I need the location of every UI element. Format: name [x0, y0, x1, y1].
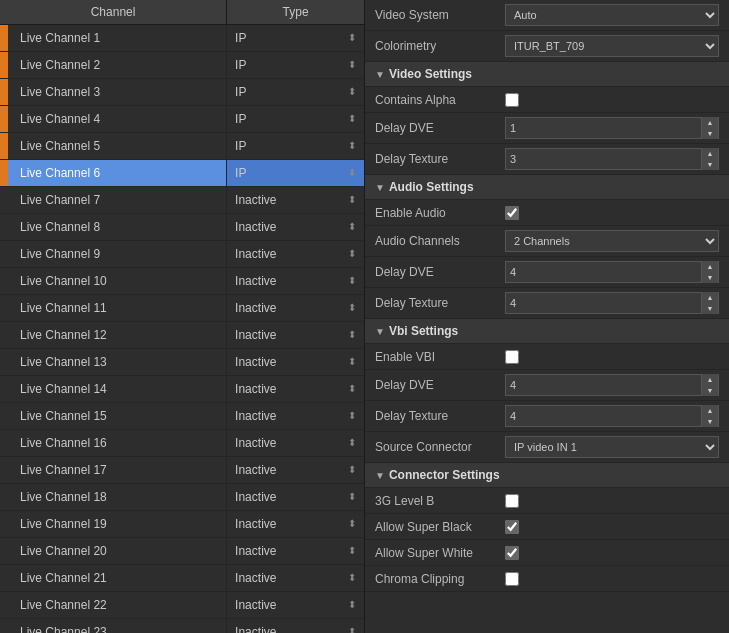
enable-vbi-control[interactable] [505, 350, 719, 364]
enable-audio-control[interactable] [505, 206, 719, 220]
vbi-delay-dve-up[interactable]: ▲ [702, 374, 718, 385]
channel-type-cell[interactable]: Inactive⬍ [227, 430, 364, 456]
audio-settings-header[interactable]: ▼ Audio Settings [365, 175, 729, 200]
table-row[interactable]: Live Channel 8Inactive⬍ [0, 214, 364, 241]
vbi-delay-dve-control[interactable]: 4 ▲ ▼ [505, 374, 719, 396]
allow-super-black-control[interactable] [505, 520, 719, 534]
type-dropdown-arrow[interactable]: ⬍ [348, 569, 356, 587]
table-row[interactable]: Live Channel 14Inactive⬍ [0, 376, 364, 403]
type-dropdown-arrow[interactable]: ⬍ [348, 272, 356, 290]
3g-level-b-control[interactable] [505, 494, 719, 508]
audio-delay-texture-up[interactable]: ▲ [702, 292, 718, 303]
contains-alpha-control[interactable] [505, 93, 719, 107]
channel-type-cell[interactable]: IP⬍ [227, 160, 364, 186]
audio-channels-control[interactable]: 2 Channels [505, 230, 719, 252]
contains-alpha-checkbox[interactable] [505, 93, 519, 107]
allow-super-white-control[interactable] [505, 546, 719, 560]
channel-type-cell[interactable]: Inactive⬍ [227, 349, 364, 375]
channel-type-cell[interactable]: IP⬍ [227, 106, 364, 132]
audio-delay-texture-control[interactable]: 4 ▲ ▼ [505, 292, 719, 314]
vbi-delay-texture-buttons[interactable]: ▲ ▼ [701, 405, 718, 427]
channel-type-cell[interactable]: IP⬍ [227, 79, 364, 105]
table-row[interactable]: Live Channel 9Inactive⬍ [0, 241, 364, 268]
vbi-delay-texture-up[interactable]: ▲ [702, 405, 718, 416]
table-row[interactable]: Live Channel 3IP⬍ [0, 79, 364, 106]
channel-type-cell[interactable]: Inactive⬍ [227, 619, 364, 633]
type-dropdown-arrow[interactable]: ⬍ [348, 596, 356, 614]
type-dropdown-arrow[interactable]: ⬍ [348, 461, 356, 479]
channel-type-cell[interactable]: Inactive⬍ [227, 214, 364, 240]
type-dropdown-arrow[interactable]: ⬍ [348, 56, 356, 74]
channel-list[interactable]: Channel Type Live Channel 1IP⬍Live Chann… [0, 0, 365, 633]
table-row[interactable]: Live Channel 15Inactive⬍ [0, 403, 364, 430]
audio-delay-dve-up[interactable]: ▲ [702, 261, 718, 272]
type-dropdown-arrow[interactable]: ⬍ [348, 245, 356, 263]
video-delay-texture-down[interactable]: ▼ [702, 159, 718, 170]
connector-settings-header[interactable]: ▼ Connector Settings [365, 463, 729, 488]
table-row[interactable]: Live Channel 17Inactive⬍ [0, 457, 364, 484]
table-row[interactable]: Live Channel 1IP⬍ [0, 25, 364, 52]
chroma-clipping-checkbox[interactable] [505, 572, 519, 586]
colorimetry-control[interactable]: ITUR_BT_709 [505, 35, 719, 57]
type-dropdown-arrow[interactable]: ⬍ [348, 434, 356, 452]
table-row[interactable]: Live Channel 11Inactive⬍ [0, 295, 364, 322]
vbi-delay-dve-buttons[interactable]: ▲ ▼ [701, 374, 718, 396]
colorimetry-select[interactable]: ITUR_BT_709 [505, 35, 719, 57]
type-dropdown-arrow[interactable]: ⬍ [348, 299, 356, 317]
channel-type-cell[interactable]: Inactive⬍ [227, 538, 364, 564]
vbi-delay-dve-spinner[interactable]: 4 ▲ ▼ [505, 374, 719, 396]
chroma-clipping-control[interactable] [505, 572, 719, 586]
enable-audio-checkbox[interactable] [505, 206, 519, 220]
table-row[interactable]: Live Channel 20Inactive⬍ [0, 538, 364, 565]
allow-super-white-checkbox[interactable] [505, 546, 519, 560]
type-dropdown-arrow[interactable]: ⬍ [348, 623, 356, 633]
type-dropdown-arrow[interactable]: ⬍ [348, 164, 356, 182]
table-row[interactable]: Live Channel 16Inactive⬍ [0, 430, 364, 457]
channel-type-cell[interactable]: Inactive⬍ [227, 511, 364, 537]
video-delay-dve-spinner[interactable]: 1 ▲ ▼ [505, 117, 719, 139]
allow-super-black-checkbox[interactable] [505, 520, 519, 534]
video-delay-dve-down[interactable]: ▼ [702, 128, 718, 139]
audio-delay-texture-down[interactable]: ▼ [702, 303, 718, 314]
channel-type-cell[interactable]: Inactive⬍ [227, 322, 364, 348]
video-delay-texture-up[interactable]: ▲ [702, 148, 718, 159]
type-dropdown-arrow[interactable]: ⬍ [348, 110, 356, 128]
channel-type-cell[interactable]: Inactive⬍ [227, 241, 364, 267]
vbi-delay-dve-down[interactable]: ▼ [702, 385, 718, 396]
table-row[interactable]: Live Channel 4IP⬍ [0, 106, 364, 133]
audio-delay-dve-spinner[interactable]: 4 ▲ ▼ [505, 261, 719, 283]
source-connector-control[interactable]: IP video IN 1 [505, 436, 719, 458]
vbi-settings-header[interactable]: ▼ Vbi Settings [365, 319, 729, 344]
type-dropdown-arrow[interactable]: ⬍ [348, 83, 356, 101]
channel-type-cell[interactable]: IP⬍ [227, 25, 364, 51]
video-delay-dve-control[interactable]: 1 ▲ ▼ [505, 117, 719, 139]
type-dropdown-arrow[interactable]: ⬍ [348, 218, 356, 236]
audio-channels-select[interactable]: 2 Channels [505, 230, 719, 252]
type-dropdown-arrow[interactable]: ⬍ [348, 407, 356, 425]
channel-type-cell[interactable]: Inactive⬍ [227, 403, 364, 429]
video-delay-dve-buttons[interactable]: ▲ ▼ [701, 117, 718, 139]
channel-type-cell[interactable]: Inactive⬍ [227, 457, 364, 483]
channel-type-cell[interactable]: Inactive⬍ [227, 376, 364, 402]
channel-type-cell[interactable]: IP⬍ [227, 52, 364, 78]
table-row[interactable]: Live Channel 12Inactive⬍ [0, 322, 364, 349]
table-row[interactable]: Live Channel 23Inactive⬍ [0, 619, 364, 634]
vbi-delay-texture-spinner[interactable]: 4 ▲ ▼ [505, 405, 719, 427]
table-row[interactable]: Live Channel 19Inactive⬍ [0, 511, 364, 538]
table-row[interactable]: Live Channel 21Inactive⬍ [0, 565, 364, 592]
type-dropdown-arrow[interactable]: ⬍ [348, 326, 356, 344]
channel-type-cell[interactable]: Inactive⬍ [227, 565, 364, 591]
type-dropdown-arrow[interactable]: ⬍ [348, 353, 356, 371]
table-row[interactable]: Live Channel 22Inactive⬍ [0, 592, 364, 619]
channel-type-cell[interactable]: Inactive⬍ [227, 187, 364, 213]
type-dropdown-arrow[interactable]: ⬍ [348, 191, 356, 209]
video-delay-texture-control[interactable]: 3 ▲ ▼ [505, 148, 719, 170]
audio-delay-dve-buttons[interactable]: ▲ ▼ [701, 261, 718, 283]
table-row[interactable]: Live Channel 10Inactive⬍ [0, 268, 364, 295]
source-connector-select[interactable]: IP video IN 1 [505, 436, 719, 458]
table-row[interactable]: Live Channel 6IP⬍ [0, 160, 364, 187]
audio-delay-dve-down[interactable]: ▼ [702, 272, 718, 283]
3g-level-b-checkbox[interactable] [505, 494, 519, 508]
channel-type-cell[interactable]: Inactive⬍ [227, 592, 364, 618]
type-dropdown-arrow[interactable]: ⬍ [348, 542, 356, 560]
